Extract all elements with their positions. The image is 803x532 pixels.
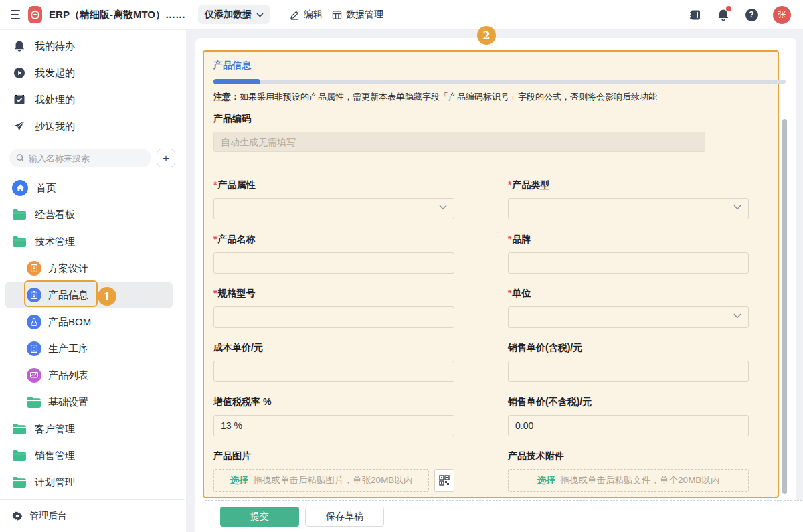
product-image-upload[interactable]: 选择 拖拽或单击后粘贴图片，单张20MB以内 [213,469,429,492]
product-type-select[interactable] [508,198,749,219]
add-data-mode-dropdown[interactable]: 仅添加数据 [198,5,270,24]
app-header: ERP（精细版-离散MTO）…… [0,6,185,23]
search-box[interactable] [9,149,151,167]
header-actions: ? 张 [689,6,803,24]
field-product-code: 产品编码 [213,113,768,165]
field-tech-attachment: 产品技术附件 选择 拖拽或单击后粘贴文件，单个20MB以内 [508,450,749,492]
app-menu: 首页 经营看板 技术管理 方案设计 产品信息 产品BOM [0,167,185,496]
menu-item-customer-manage[interactable]: 客户管理 [5,416,173,442]
menu-item-product-bom[interactable]: 产品BOM [5,308,173,335]
form-row: *产品名称 *品牌 [213,234,768,274]
submit-button[interactable]: 提交 [220,507,299,527]
field-unit: *单位 [508,288,749,328]
sidebar-item-label: 我的待办 [35,40,75,53]
upload-select-link[interactable]: 选择 [230,474,248,486]
menu-item-production-process[interactable]: 生产工序 [5,335,173,362]
table-icon [332,10,342,20]
menu-item-business-board[interactable]: 经营看板 [5,201,173,228]
add-data-mode-label: 仅添加数据 [205,9,252,21]
bell-icon [13,40,25,52]
data-manage-button[interactable]: 数据管理 [332,9,383,21]
progress-fill [213,79,260,84]
sidebar-item-my-todo[interactable]: 我的待办 [0,33,185,60]
admin-backend-button[interactable]: 管理后台 [0,499,185,532]
folder-icon [27,396,41,408]
form-footer: 提交 保存草稿 [205,500,803,532]
search-input[interactable] [29,153,145,163]
journal-icon[interactable] [689,8,702,21]
menu-item-label: 经营看板 [35,209,75,221]
edit-button[interactable]: 编辑 [290,9,323,21]
field-sale-price-tax: 销售单价(含税)/元 [508,342,749,382]
sidebar-item-initiated-by-me[interactable]: 我发起的 [0,60,185,86]
user-avatar[interactable]: 张 [773,6,791,24]
menu-item-label: 产品BOM [48,316,91,329]
spec-model-input[interactable] [213,306,454,328]
form-row: *规格型号 *单位 [213,288,768,328]
save-draft-button[interactable]: 保存草稿 [305,507,384,527]
qr-code-icon [439,475,450,486]
menu-item-label: 客户管理 [35,423,75,436]
form-row: 产品图片 选择 拖拽或单击后粘贴图片，单张20MB以内 产品技术附件 [213,450,768,492]
tech-attachment-upload[interactable]: 选择 拖拽或单击后粘贴文件，单个20MB以内 [508,469,749,492]
upload-select-link[interactable]: 选择 [537,474,555,486]
sidebar-item-label: 我处理的 [35,94,75,106]
notice-text: 如果采用非预设的产品属性，需更新本表单隐藏字段「产品编码标识号」字段的公式，否则… [240,92,657,102]
menu-item-home[interactable]: 首页 [5,175,173,201]
product-name-input[interactable] [213,252,454,274]
sidebar-item-processed-by-me[interactable]: 我处理的 [0,86,185,113]
form-row: 成本单价/元 销售单价(含税)/元 [213,342,768,382]
document-icon [27,341,41,356]
play-circle-icon [13,67,25,79]
field-product-type: *产品类型 [508,179,749,219]
admin-label: 管理后台 [29,510,67,522]
send-icon [13,120,25,132]
home-icon [12,180,28,196]
sidebar-item-cc-to-me[interactable]: 抄送我的 [0,113,185,140]
help-icon[interactable]: ? [745,8,758,21]
product-attr-select[interactable] [213,198,454,219]
sale-price-notax-input[interactable] [508,415,749,436]
product-code-input[interactable] [213,132,705,152]
menu-item-basic-settings[interactable]: 基础设置 [5,389,173,416]
check-box-icon [13,94,25,106]
menu-item-scheme-design[interactable]: 方案设计 [5,255,173,282]
main-content: 产品信息 注意：如果采用非预设的产品属性，需更新本表单隐藏字段「产品编码标识号」… [186,30,803,532]
form-title: 产品信息 [213,60,768,73]
menu-item-tech-manage[interactable]: 技术管理 [5,228,173,255]
qr-scan-button[interactable] [434,469,454,492]
document-icon [27,261,41,276]
folder-open-icon [12,236,27,248]
unit-select[interactable] [508,306,749,328]
folder-icon [12,476,27,489]
app-logo-icon [28,6,42,23]
menu-item-sales-manage[interactable]: 销售管理 [5,442,173,469]
search-icon [16,153,25,163]
upload-hint: 拖拽或单击后粘贴文件，单个20MB以内 [561,474,720,486]
monitor-chart-icon [27,368,41,383]
cost-price-input[interactable] [213,361,454,382]
gear-icon [12,511,23,521]
folder-icon [12,423,27,435]
sidebar-item-label: 我发起的 [35,67,75,80]
field-brand: *品牌 [508,234,749,274]
flask-icon [27,315,41,329]
menu-item-product-list[interactable]: 产品列表 [5,362,173,389]
menu-toggle-icon[interactable] [11,10,20,19]
field-spec-model: *规格型号 [213,288,454,328]
vertical-scrollbar[interactable] [782,119,787,494]
menu-item-label: 首页 [36,182,56,195]
field-sale-price-notax: 销售单价(不含税)/元 [508,396,749,436]
notice-prefix: 注意： [213,92,240,102]
notification-bell-icon[interactable] [717,8,730,21]
sale-price-tax-input[interactable] [508,361,749,382]
menu-item-plan-manage[interactable]: 计划管理 [5,469,173,496]
app-title: ERP（精细版-离散MTO）…… [49,9,185,21]
vat-rate-input[interactable] [213,415,454,436]
menu-item-label: 方案设计 [48,262,88,275]
brand-input[interactable] [508,252,749,274]
toolbar: 仅添加数据 编辑 数据管理 [198,5,383,24]
add-app-button[interactable]: + [157,149,175,167]
form-notice: 注意：如果采用非预设的产品属性，需更新本表单隐藏字段「产品编码标识号」字段的公式… [213,90,768,104]
field-label: 产品编码 [213,113,768,126]
